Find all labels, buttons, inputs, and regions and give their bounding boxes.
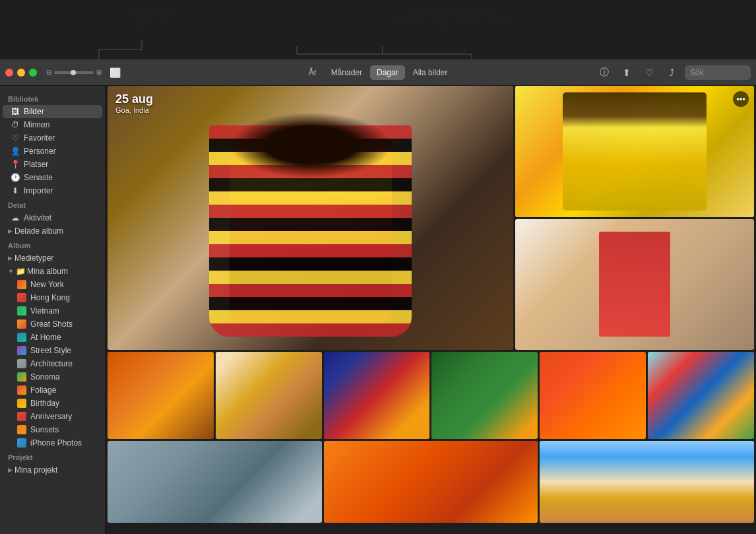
photo-mosque[interactable] [108, 441, 322, 523]
importer-icon: ⬇ [11, 186, 20, 195]
hong-kong-thumb [17, 293, 26, 302]
photo-desert-blue[interactable] [540, 441, 754, 523]
photo-laundry-colorful[interactable] [648, 352, 754, 439]
sidebar-group-mina-album[interactable]: ▼ 📁 Mina album [3, 265, 102, 278]
photo-sari-blue-red[interactable] [324, 352, 430, 439]
fullscreen-button[interactable] [29, 69, 37, 77]
iphone-photos-label: iPhone Photos [30, 438, 82, 448]
toolbar: ⊟ ⊞ ⬜ År Månader Dagar Alla bilder ⓘ ⬆ ♡… [0, 59, 756, 86]
photo-desert-orange[interactable] [324, 441, 538, 523]
birthday-thumb [17, 399, 26, 408]
anniversary-label: Anniversary [30, 412, 72, 421]
sidebar-item-birthday[interactable]: Birthday [3, 397, 102, 410]
photo-grid-top: 25 aug Goa, India ••• [106, 86, 756, 350]
aktivitet-label: Aktivitet [24, 213, 51, 222]
sonoma-label: Sonoma [30, 372, 60, 382]
sidebar-item-anniversary[interactable]: Anniversary [3, 410, 102, 423]
toolbar-center-views: År Månader Dagar Alla bilder [302, 65, 455, 80]
sidebar-item-architecture[interactable]: Architecture [3, 357, 102, 370]
at-home-label: At Home [30, 333, 61, 342]
sidebar-item-street-style[interactable]: Street Style [3, 344, 102, 357]
search-input[interactable] [685, 65, 751, 80]
sonoma-thumb [17, 372, 26, 382]
mina-album-folder-icon: 📁 [16, 267, 25, 276]
sidebar-group-delade-album[interactable]: ▶ Delade album [3, 224, 102, 238]
bilder-label: Bilder [24, 107, 44, 116]
section-projekt: Projekt [0, 450, 105, 463]
personer-label: Personer [24, 147, 56, 156]
minimize-button[interactable] [17, 69, 25, 77]
photo-grid-bottom-1 [106, 350, 756, 439]
sidebar-item-senaste[interactable]: 🕐 Senaste [3, 171, 102, 184]
favorite-button[interactable]: ♡ [640, 63, 658, 82]
app-window: ⊟ ⊞ ⬜ År Månader Dagar Alla bilder ⓘ ⬆ ♡… [0, 59, 756, 534]
mina-projekt-toggle-icon: ▶ [8, 467, 13, 473]
close-button[interactable] [5, 69, 13, 77]
sidebar-item-hong-kong[interactable]: Hong Kong [3, 291, 102, 304]
sidebar-item-importer[interactable]: ⬇ Importer [3, 184, 102, 197]
sidebar-item-vietnam[interactable]: Vietnam [3, 304, 102, 317]
photo-date-overlay: 25 aug Goa, India [115, 92, 153, 114]
sidebar-item-foliage[interactable]: Foliage [3, 384, 102, 397]
architecture-thumb [17, 359, 26, 368]
photo-woman-red[interactable] [515, 219, 754, 350]
more-options-button[interactable]: ••• [733, 91, 749, 107]
photo-date: 25 aug [115, 92, 153, 106]
street-style-thumb [17, 346, 26, 355]
photo-hands-green[interactable] [431, 352, 538, 439]
view-months-button[interactable]: Månader [325, 65, 369, 80]
share-button[interactable]: ⬆ [617, 63, 636, 82]
export-button[interactable]: ⤴ [662, 63, 681, 82]
annotation-right: Visa dina bilder efter År, Månader, Daga… [379, 5, 524, 29]
sidebar-item-platser[interactable]: 📍 Platser [3, 158, 102, 171]
toolbar-left: ⊟ ⊞ ⬜ [5, 67, 302, 78]
photo-location: Goa, India [115, 106, 153, 114]
iphone-photos-thumb [17, 438, 26, 448]
hero-photo-cell[interactable]: 25 aug Goa, India [108, 86, 513, 350]
vietnam-thumb [17, 306, 26, 316]
sidebar-group-medietyper[interactable]: ▶ Medietyper [3, 251, 102, 265]
sidebar-group-mina-projekt[interactable]: ▶ Mina projekt [3, 463, 102, 477]
photo-man-yellow[interactable]: ••• [515, 86, 754, 217]
senaste-label: Senaste [24, 173, 53, 182]
photo-dancer[interactable] [216, 352, 322, 439]
sidebar-item-aktivitet[interactable]: ☁ Aktivitet [3, 211, 102, 224]
sidebar-item-minnen[interactable]: ⏱ Minnen [3, 118, 102, 131]
at-home-thumb [17, 333, 26, 342]
medietyper-label: Medietyper [15, 253, 53, 263]
section-bibliotek: Bibliotek [0, 91, 105, 105]
minnen-label: Minnen [24, 120, 49, 129]
sidebar-toggle-button[interactable]: ⬜ [110, 67, 121, 78]
sidebar-item-iphone-photos[interactable]: iPhone Photos [3, 436, 102, 450]
main-photo-area[interactable]: 25 aug Goa, India ••• [106, 86, 756, 534]
size-slider-container: ⊟ ⊞ [46, 69, 102, 76]
annotation-left: Filtrera efter personer. [107, 5, 199, 29]
size-slider[interactable] [54, 71, 94, 74]
sidebar: Bibliotek 🖼 Bilder ⏱ Minnen ♡ Favoriter … [0, 86, 106, 534]
view-all-button[interactable]: Alla bilder [406, 65, 455, 80]
sidebar-item-sunsets[interactable]: Sunsets [3, 423, 102, 436]
view-days-button[interactable]: Dagar [370, 65, 405, 80]
slider-thumb [71, 70, 76, 75]
sidebar-item-great-shots[interactable]: Great Shots [3, 317, 102, 331]
info-button[interactable]: ⓘ [595, 63, 614, 82]
photo-grid-top-right: ••• [515, 86, 754, 350]
sidebar-item-bilder[interactable]: 🖼 Bilder [3, 105, 102, 118]
medietyper-toggle-icon: ▶ [8, 255, 13, 261]
sidebar-item-sonoma[interactable]: Sonoma [3, 370, 102, 384]
sidebar-item-new-york[interactable]: New York [3, 278, 102, 291]
section-delat: Delat [0, 197, 105, 211]
photo-powder-orange[interactable] [540, 352, 646, 439]
foliage-label: Foliage [30, 385, 56, 395]
platser-icon: 📍 [11, 160, 20, 169]
platser-label: Platser [24, 160, 48, 169]
delade-album-label: Delade album [15, 226, 63, 236]
sidebar-item-at-home[interactable]: At Home [3, 331, 102, 344]
photo-sari-orange[interactable] [108, 352, 214, 439]
mina-album-toggle-icon: ▼ [8, 268, 14, 275]
sidebar-item-favoriter[interactable]: ♡ Favoriter [3, 131, 102, 145]
hong-kong-label: Hong Kong [30, 293, 70, 302]
vietnam-label: Vietnam [30, 306, 59, 316]
view-year-button[interactable]: År [302, 65, 323, 80]
sidebar-item-personer[interactable]: 👤 Personer [3, 145, 102, 158]
